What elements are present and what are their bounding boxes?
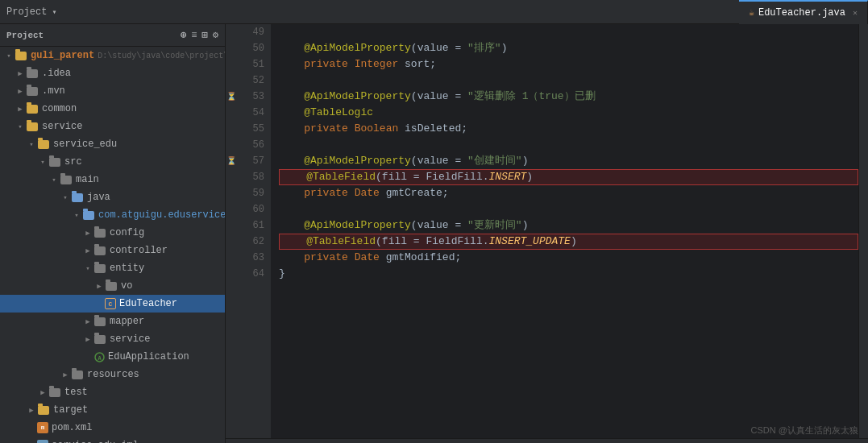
entity-folder-icon [93,263,106,274]
code-line-51: private Integer sort; [279,56,858,72]
main-folder-icon [60,174,73,185]
tree-chevron: ▾ [60,193,71,202]
code-content: ⏳ ⏳ 49 50 51 52 53 54 55 [226,24,868,438]
line-num-55: 55 [237,121,271,137]
item-label: test [64,387,88,398]
edu-application-label: EduApplication [108,351,189,362]
item-label: main [76,174,99,185]
tree-item[interactable]: ▶ config [0,224,225,242]
sidebar-header: Project ⊕ ≡ ⊞ ⚙ [0,24,225,47]
service2-folder-icon [93,333,106,345]
app-icon: A [93,351,105,362]
tree-item[interactable]: ▶ common [0,100,225,118]
gutter-icon [226,250,237,266]
item-label: pom.xml [52,422,92,433]
tree-item[interactable]: ▶ .mvn [0,82,225,100]
item-label: common [42,103,77,114]
tree-item[interactable]: ▾ service [0,118,225,135]
tree-item[interactable]: ▶ resources [0,366,225,383]
collapse-icon[interactable]: ≡ [191,30,197,41]
edu-teacher-label: EduTeacher [119,298,177,309]
tree-chevron: ▾ [48,176,60,184]
tree-item[interactable]: ▶ i service_edu.iml [0,437,225,443]
tree-item[interactable]: ▶ target [0,401,225,419]
edu-teacher-class-icon: C [105,298,116,309]
editor-tab[interactable]: ☕ EduTeacher.java ✕ [739,0,868,24]
scroll-indicator[interactable] [858,24,868,438]
tree-chevron: ▶ [82,317,93,326]
item-meta: D:\study\java\code\project\gu [98,52,226,60]
tree-item[interactable]: ▾ src [0,153,225,171]
line-num-56: 56 [237,137,271,153]
line-num-52: 52 [237,72,271,89]
tree-item[interactable]: ▶ vo [0,277,225,295]
gutter-icon [226,169,237,185]
code-line-53: @ApiModelProperty(value = "逻辑删除 1（true）已… [279,89,858,105]
config-folder-icon [93,227,106,238]
code-lines[interactable]: @ApiModelProperty(value = "排序") private … [271,24,858,438]
common-folder-icon [26,103,39,114]
gutter-icon [226,185,237,201]
tab-close-icon[interactable]: ✕ [853,8,858,18]
tree-item[interactable]: ▾ com.atguigu.eduservice [0,206,225,224]
watermark: CSDN @认真生活的灰太狼 [751,424,858,437]
package-folder-icon [82,209,95,221]
pom-xml-icon: m [37,422,48,433]
code-line-61: @ApiModelProperty(value = "更新时间") [279,217,858,234]
item-label: controller [110,245,168,256]
item-label: service [42,121,82,132]
tree-item[interactable]: ▶ controller [0,242,225,259]
code-editor: ⏳ ⏳ 49 50 51 52 53 54 55 [226,24,868,443]
tree-item[interactable]: ▶ service [0,330,225,348]
bottom-area [226,438,868,443]
tree-item[interactable]: ▶ mapper [0,313,225,330]
line-num-58: 58 [237,169,271,185]
tree-item[interactable]: ▾ main [0,171,225,188]
tree-chevron: ▾ [3,52,15,60]
project-label[interactable]: Project ▾ [0,6,63,18]
item-label: src [64,156,82,168]
sidebar-header-icons: ⊕ ≡ ⊞ ⚙ [181,29,218,41]
item-label: guli_parent [31,50,94,61]
expand-icon[interactable]: ⊞ [202,29,208,41]
mapper-folder-icon [93,316,106,327]
tree-item[interactable]: ▶ m pom.xml [0,419,225,437]
tree-item[interactable]: ▶ test [0,383,225,401]
line-num-49: 49 [237,24,271,40]
tree-item[interactable]: ▾ java [0,188,225,206]
tree-item[interactable]: ▶ A EduApplication [0,348,225,366]
item-label: .idea [42,68,71,79]
tree-item[interactable]: ▾ guli_parent D:\study\java\code\project… [0,47,225,64]
tree-chevron: ▾ [82,264,93,273]
tree-chevron: ▶ [60,371,71,379]
tree-chevron: ▶ [15,105,26,114]
gutter-icon [226,40,237,56]
tree-chevron: ▶ [93,300,105,308]
line-num-61: 61 [237,217,271,234]
line-num-60: 60 [237,201,271,217]
gear-icon[interactable]: ⚙ [213,29,218,41]
gutter-icon: ⏳ [226,153,237,169]
gutter-icon [226,56,237,72]
code-line-50: @ApiModelProperty(value = "排序") [279,40,858,56]
idea-folder-icon [26,68,39,79]
code-line-55: private Boolean isDeleted; [279,121,858,137]
line-num-54: 54 [237,105,271,121]
target-folder-icon [37,404,50,416]
code-line-62: @TableField(fill = FieldFill.INSERT_UPDA… [279,234,858,250]
tree-item[interactable]: ▶ C EduTeacher [0,295,225,313]
tab-file-icon: ☕ [749,7,754,18]
tab-bar: ☕ EduTeacher.java ✕ [739,0,868,24]
project-text: Project [6,6,47,18]
tree-item[interactable]: ▶ .idea [0,64,225,82]
java-folder-icon [71,192,84,203]
tree-item[interactable]: ▾ entity [0,259,225,277]
code-line-52 [279,72,858,89]
tree-chevron: ▶ [26,424,37,433]
tree-chevron: ▾ [15,122,26,131]
gutter-icons: ⏳ ⏳ [226,24,237,438]
code-line-63: private Date gmtModified; [279,250,858,266]
location-icon[interactable]: ⊕ [181,29,186,41]
service-folder-icon [26,121,39,132]
tree-item[interactable]: ▾ service_edu [0,135,225,153]
